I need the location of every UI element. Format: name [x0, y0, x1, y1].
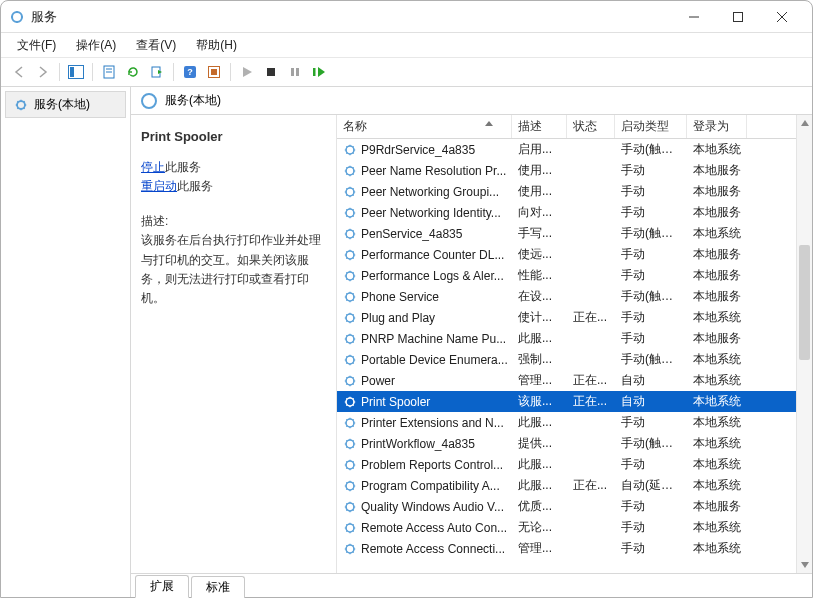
- svg-rect-15: [267, 68, 275, 76]
- svg-point-32: [346, 398, 354, 406]
- minimize-button[interactable]: [672, 3, 716, 31]
- table-row[interactable]: Portable Device Enumera...强制...手动(触发...本…: [337, 349, 812, 370]
- col-name[interactable]: 名称: [337, 115, 512, 138]
- tree-root[interactable]: 服务(本地): [5, 91, 126, 118]
- scroll-up-icon[interactable]: [797, 115, 812, 131]
- table-row[interactable]: Power管理...正在...自动本地系统: [337, 370, 812, 391]
- col-logon[interactable]: 登录为: [687, 115, 747, 138]
- export-button[interactable]: [145, 61, 169, 83]
- cell-logon: 本地系统: [687, 477, 747, 494]
- column-header: 名称 描述 状态 启动类型 登录为: [337, 115, 812, 139]
- show-hide-tree-button[interactable]: [64, 61, 88, 83]
- toolbar-extra-button[interactable]: [202, 61, 226, 83]
- cell-desc: 使远...: [512, 246, 567, 263]
- cell-state: 正在...: [567, 477, 615, 494]
- svg-rect-6: [70, 67, 74, 77]
- cell-name: PrintWorkflow_4a835: [337, 437, 512, 451]
- menu-file[interactable]: 文件(F): [7, 35, 66, 56]
- table-row[interactable]: Plug and Play使计...正在...手动本地系统: [337, 307, 812, 328]
- table-row[interactable]: P9RdrService_4a835启用...手动(触发...本地系统: [337, 139, 812, 160]
- cell-desc: 强制...: [512, 351, 567, 368]
- cell-logon: 本地系统: [687, 540, 747, 557]
- scrollbar[interactable]: [796, 115, 812, 573]
- header-icon: [141, 93, 157, 109]
- refresh-button[interactable]: [121, 61, 145, 83]
- table-row[interactable]: Printer Extensions and N...此服...手动本地系统: [337, 412, 812, 433]
- cell-name: Remote Access Auto Con...: [337, 521, 512, 535]
- forward-button[interactable]: [31, 61, 55, 83]
- tab-extended[interactable]: 扩展: [135, 575, 189, 598]
- cell-desc: 此服...: [512, 456, 567, 473]
- table-row[interactable]: Quality Windows Audio V...优质...手动本地服务: [337, 496, 812, 517]
- restart-service-button[interactable]: [307, 61, 331, 83]
- cell-logon: 本地服务: [687, 162, 747, 179]
- cell-logon: 本地系统: [687, 309, 747, 326]
- cell-name: Program Compatibility A...: [337, 479, 512, 493]
- tab-standard[interactable]: 标准: [191, 576, 245, 598]
- cell-logon: 本地系统: [687, 435, 747, 452]
- cell-state: 正在...: [567, 393, 615, 410]
- cell-name: Plug and Play: [337, 311, 512, 325]
- table-row[interactable]: Remote Access Auto Con...无论...手动本地系统: [337, 517, 812, 538]
- table-row[interactable]: Performance Logs & Aler...性能...手动本地服务: [337, 265, 812, 286]
- table-row[interactable]: Peer Name Resolution Pr...使用...手动本地服务: [337, 160, 812, 181]
- cell-name: PenService_4a835: [337, 227, 512, 241]
- table-row[interactable]: Peer Networking Groupi...使用...手动本地服务: [337, 181, 812, 202]
- list-pane: 名称 描述 状态 启动类型 登录为 P9RdrService_4a835启用..…: [336, 115, 812, 573]
- maximize-button[interactable]: [716, 3, 760, 31]
- pause-service-button[interactable]: [283, 61, 307, 83]
- cell-start: 手动: [615, 246, 687, 263]
- cell-start: 自动(延迟...: [615, 477, 687, 494]
- table-row[interactable]: Program Compatibility A...此服...正在...自动(延…: [337, 475, 812, 496]
- table-row[interactable]: Phone Service在设...手动(触发...本地服务: [337, 286, 812, 307]
- cell-start: 手动(触发...: [615, 141, 687, 158]
- table-row[interactable]: Performance Counter DL...使远...手动本地服务: [337, 244, 812, 265]
- col-start[interactable]: 启动类型: [615, 115, 687, 138]
- table-row[interactable]: PNRP Machine Name Pu...此服...手动本地服务: [337, 328, 812, 349]
- restart-link[interactable]: 重启动: [141, 179, 177, 193]
- cell-name: PNRP Machine Name Pu...: [337, 332, 512, 346]
- table-row[interactable]: Print Spooler该服...正在...自动本地系统: [337, 391, 812, 412]
- cell-start: 手动: [615, 183, 687, 200]
- cell-logon: 本地系统: [687, 456, 747, 473]
- svg-point-37: [346, 503, 354, 511]
- back-button[interactable]: [7, 61, 31, 83]
- properties-button[interactable]: [97, 61, 121, 83]
- start-service-button[interactable]: [235, 61, 259, 83]
- table-row[interactable]: PenService_4a835手写...手动(触发...本地系统: [337, 223, 812, 244]
- table-row[interactable]: Problem Reports Control...此服...手动本地系统: [337, 454, 812, 475]
- menu-view[interactable]: 查看(V): [126, 35, 186, 56]
- menu-action[interactable]: 操作(A): [66, 35, 126, 56]
- cell-name: Phone Service: [337, 290, 512, 304]
- svg-point-30: [346, 356, 354, 364]
- svg-point-27: [346, 293, 354, 301]
- cell-name: Power: [337, 374, 512, 388]
- menu-help[interactable]: 帮助(H): [186, 35, 247, 56]
- cell-desc: 性能...: [512, 267, 567, 284]
- selected-service-name: Print Spooler: [141, 127, 326, 148]
- col-state[interactable]: 状态: [567, 115, 615, 138]
- scroll-thumb[interactable]: [799, 245, 810, 360]
- cell-start: 手动: [615, 540, 687, 557]
- stop-link[interactable]: 停止: [141, 160, 165, 174]
- col-desc[interactable]: 描述: [512, 115, 567, 138]
- cell-name: Remote Access Connecti...: [337, 542, 512, 556]
- cell-start: 手动(触发...: [615, 351, 687, 368]
- cell-name: Printer Extensions and N...: [337, 416, 512, 430]
- cell-start: 手动: [615, 498, 687, 515]
- table-row[interactable]: PrintWorkflow_4a835提供...手动(触发...本地系统: [337, 433, 812, 454]
- scroll-down-icon[interactable]: [797, 557, 812, 573]
- cell-start: 手动(触发...: [615, 288, 687, 305]
- table-row[interactable]: Peer Networking Identity...向对...手动本地服务: [337, 202, 812, 223]
- service-rows: P9RdrService_4a835启用...手动(触发...本地系统Peer …: [337, 139, 812, 573]
- stop-service-button[interactable]: [259, 61, 283, 83]
- right-header: 服务(本地): [131, 87, 812, 115]
- cell-desc: 启用...: [512, 141, 567, 158]
- cell-desc: 使用...: [512, 183, 567, 200]
- close-button[interactable]: [760, 3, 804, 31]
- cell-logon: 本地系统: [687, 372, 747, 389]
- cell-name: Problem Reports Control...: [337, 458, 512, 472]
- table-row[interactable]: Remote Access Connecti...管理...手动本地系统: [337, 538, 812, 559]
- help-button[interactable]: ?: [178, 61, 202, 83]
- body: 服务(本地) 服务(本地) Print Spooler 停止此服务 重启动此服务…: [1, 87, 812, 597]
